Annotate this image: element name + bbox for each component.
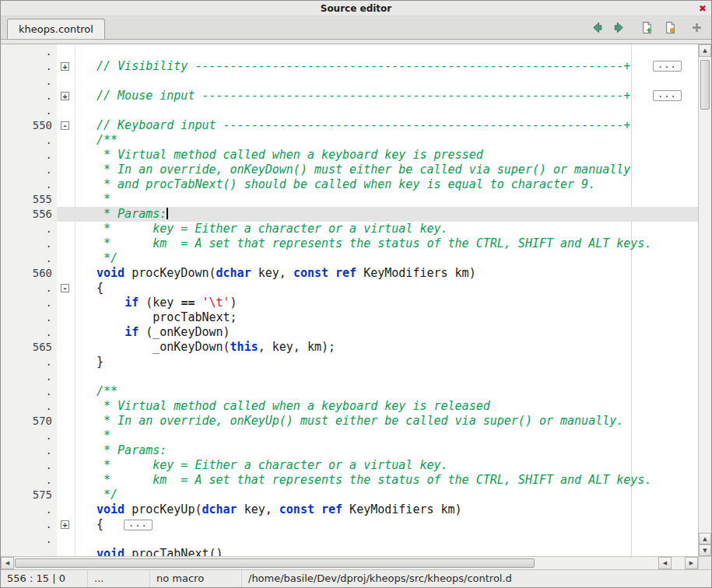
new-document-button[interactable]: [638, 19, 655, 37]
line-number: .: [1, 443, 57, 458]
code-line[interactable]: . if (key == '\t'): [1, 296, 698, 310]
fold-margin: [57, 44, 75, 59]
code-line[interactable]: .: [1, 44, 698, 59]
code-text: *: [75, 192, 698, 207]
fold-margin: [57, 133, 75, 148]
fold-toggle-icon[interactable]: -: [61, 284, 69, 292]
line-number: .: [1, 532, 57, 547]
code-line[interactable]: . * Virtual method called when a keyboar…: [1, 399, 698, 414]
tab-kheops-control[interactable]: kheops.control: [7, 19, 105, 39]
code-line[interactable]: ./**: [1, 133, 698, 148]
code-line[interactable]: 555 *: [1, 192, 698, 207]
code-line[interactable]: .}: [1, 355, 698, 369]
code-line[interactable]: .+// Visibility ------------------------…: [1, 59, 698, 74]
scroll-down-button[interactable]: ▼: [699, 544, 711, 556]
scrollbar-corner: [698, 556, 711, 569]
code-line[interactable]: . * key = Either a character or a virtua…: [1, 458, 698, 473]
scroll-up-button[interactable]: ▲: [699, 44, 711, 57]
left-arrow-icon: ◀: [663, 560, 667, 566]
line-number: .: [1, 281, 57, 296]
code-line[interactable]: .-{: [1, 281, 698, 296]
fold-toggle-icon[interactable]: -: [61, 121, 69, 130]
line-number: .: [1, 310, 57, 325]
fold-toggle-icon[interactable]: +: [61, 520, 69, 529]
line-number: .: [1, 103, 57, 118]
fold-toggle-icon[interactable]: +: [61, 62, 69, 71]
horizontal-scrollbar-thumb[interactable]: [15, 558, 535, 568]
titlebar[interactable]: Source editor ✖: [1, 1, 711, 16]
code-text: [75, 44, 698, 59]
code-lines[interactable]: ..+// Visibility -----------------------…: [1, 44, 698, 556]
code-line[interactable]: . procTabNext;: [1, 310, 698, 325]
detach-button[interactable]: [688, 19, 705, 37]
code-line[interactable]: . * Params:: [1, 443, 698, 458]
forward-button[interactable]: [610, 19, 627, 37]
close-icon[interactable]: ✖: [699, 1, 707, 16]
detach-icon: [692, 23, 702, 33]
code-line[interactable]: . if (_onKeyDown): [1, 325, 698, 340]
code-line[interactable]: 560void procKeyDown(dchar key, const ref…: [1, 266, 698, 281]
up-arrow-icon: ▲: [703, 536, 707, 542]
code-line[interactable]: 550-// Keyboard input ------------------…: [1, 118, 698, 133]
right-arrow-icon: ▶: [689, 560, 693, 566]
macro-status: no macro: [150, 570, 242, 587]
line-number: .: [1, 148, 57, 163]
scroll-left-button[interactable]: ◀: [1, 557, 14, 569]
fold-margin: +: [57, 517, 75, 532]
left-arrow-icon: ◀: [5, 560, 9, 566]
code-line[interactable]: .+{...: [1, 517, 698, 532]
scroll-right-button[interactable]: ▶: [685, 557, 698, 569]
code-line[interactable]: 565 _onKeyDown(this, key, km);: [1, 340, 698, 355]
code-line[interactable]: . */: [1, 251, 698, 266]
code-text: * key = Either a character or a virtual …: [75, 222, 698, 236]
status-bar: 556 : 15 | 0 ... no macro /home/basile/D…: [1, 569, 711, 587]
code-text: * In an override, onKeyDown() must eithe…: [75, 163, 698, 177]
line-number: 565: [1, 340, 57, 355]
code-line[interactable]: 556 * Params:: [1, 207, 698, 222]
code-text: [75, 532, 698, 547]
code-line[interactable]: .void procKeyUp(dchar key, const ref Key…: [1, 502, 698, 517]
code-text: // Mouse input -------------------------…: [75, 89, 698, 103]
fold-margin: -: [57, 281, 75, 296]
code-line[interactable]: . * Virtual method called when a keyboar…: [1, 148, 698, 163]
code-line[interactable]: . * km = A set that represents the statu…: [1, 236, 698, 251]
code-line[interactable]: ./**: [1, 384, 698, 399]
fold-margin: [57, 473, 75, 488]
code-text: * Params:: [75, 443, 698, 458]
code-text: // Visibility --------------------------…: [75, 59, 698, 74]
code-line[interactable]: . * and procTabNext() should be called w…: [1, 177, 698, 192]
fold-toggle-icon[interactable]: +: [61, 92, 69, 100]
code-text: procTabNext;: [75, 310, 698, 325]
horizontal-scrollbar[interactable]: ◀ ◀ ▶: [1, 556, 698, 569]
fold-margin: [57, 340, 75, 355]
code-line[interactable]: . * km = A set that represents the statu…: [1, 473, 698, 488]
code-line[interactable]: .+// Mouse input -----------------------…: [1, 89, 698, 103]
code-text: // Keyboard input ----------------------…: [75, 118, 698, 133]
code-line[interactable]: . * In an override, onKeyDown() must eit…: [1, 163, 698, 177]
code-line[interactable]: .: [1, 103, 698, 118]
code-line[interactable]: 570 * In an override, onKeyUp() must eit…: [1, 414, 698, 429]
source-editor-window: Source editor ✖ kheops.control: [0, 0, 712, 588]
fold-ellipsis[interactable]: ...: [124, 520, 153, 530]
fold-ellipsis[interactable]: ...: [653, 90, 682, 101]
fold-ellipsis[interactable]: ...: [653, 61, 682, 72]
scroll-left-button-right[interactable]: ◀: [658, 557, 672, 569]
scroll-up-button-bottom[interactable]: ▲: [699, 533, 711, 544]
code-line[interactable]: 575 */: [1, 488, 698, 502]
code-line[interactable]: .: [1, 74, 698, 89]
code-editor[interactable]: ..+// Visibility -----------------------…: [1, 44, 698, 556]
vertical-scrollbar-thumb[interactable]: [700, 60, 710, 110]
code-line[interactable]: .: [1, 369, 698, 384]
open-document-button[interactable]: [661, 19, 679, 37]
code-line[interactable]: .void procTabNext(): [1, 547, 698, 556]
code-line[interactable]: . *: [1, 429, 698, 443]
fold-margin: [57, 532, 75, 547]
code-text: * key = Either a character or a virtual …: [75, 458, 698, 473]
caret-position-status: 556 : 15 | 0: [1, 570, 88, 587]
code-line[interactable]: . * key = Either a character or a virtua…: [1, 222, 698, 236]
vertical-scrollbar[interactable]: ▲ ▲ ▼: [698, 44, 711, 556]
back-button[interactable]: [588, 19, 605, 37]
line-number: .: [1, 59, 57, 74]
code-line[interactable]: .: [1, 532, 698, 547]
down-arrow-icon: ▼: [703, 548, 707, 554]
